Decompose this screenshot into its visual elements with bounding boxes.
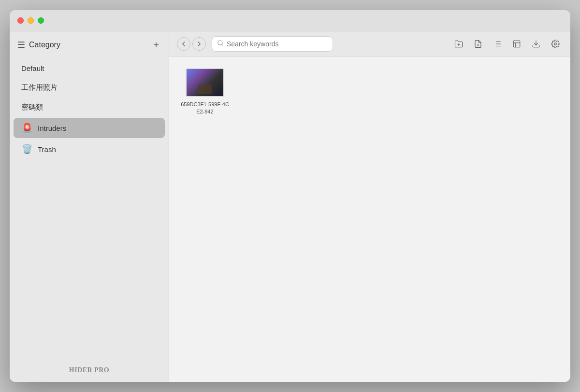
add-category-button[interactable]: + (151, 39, 161, 51)
trash-icon: 🗑️ (21, 144, 33, 154)
app-window: ☰ Category + Default 工作用照片 密碼類 🚨 Intrude… (10, 10, 570, 382)
file-grid: 659DC3F1-599F-4CE2-942 (169, 56, 570, 382)
forward-button[interactable] (192, 37, 206, 51)
file-name: 659DC3F1-599F-4CE2-942 (181, 101, 229, 116)
download-button[interactable] (529, 37, 543, 51)
minimize-button[interactable] (28, 17, 34, 24)
sidebar-header-left: ☰ Category (17, 40, 60, 50)
svg-line-1 (222, 44, 223, 46)
maximize-button[interactable] (38, 17, 44, 24)
traffic-lights (17, 17, 44, 24)
back-button[interactable] (177, 37, 190, 51)
intruders-icon: 🚨 (21, 123, 33, 133)
app-name-label: Hider Pro (69, 366, 109, 374)
new-folder-button[interactable] (451, 37, 466, 51)
settings-button[interactable] (548, 37, 563, 51)
search-icon (217, 40, 224, 48)
sidebar-item-intruders[interactable]: 🚨 Intruders (14, 118, 165, 138)
close-button[interactable] (17, 17, 24, 24)
sidebar-item-default[interactable]: Default (14, 59, 165, 77)
add-file-button[interactable] (471, 37, 485, 51)
sidebar-header: ☰ Category + (10, 35, 169, 56)
nav-buttons (177, 37, 206, 51)
toolbar (169, 31, 570, 56)
category-icon: ☰ (17, 40, 25, 50)
preview-button[interactable] (509, 37, 524, 51)
sidebar-item-work-photos[interactable]: 工作用照片 (14, 78, 165, 97)
search-bar[interactable] (212, 36, 333, 52)
thumbnail-image (187, 69, 223, 96)
sidebar-footer: Hider Pro (10, 358, 169, 382)
list-item[interactable]: 659DC3F1-599F-4CE2-942 (181, 68, 229, 116)
file-thumbnail (186, 68, 224, 97)
sidebar-item-passwords[interactable]: 密碼類 (14, 98, 165, 117)
sidebar-item-trash[interactable]: 🗑️ Trash (14, 139, 165, 159)
titlebar (10, 10, 570, 31)
main-layout: ☰ Category + Default 工作用照片 密碼類 🚨 Intrude… (10, 31, 570, 382)
category-title: Category (29, 41, 60, 49)
sidebar: ☰ Category + Default 工作用照片 密碼類 🚨 Intrude… (10, 31, 169, 382)
content-area: 659DC3F1-599F-4CE2-942 (169, 31, 570, 382)
sidebar-nav: Default 工作用照片 密碼類 🚨 Intruders 🗑️ Trash (10, 56, 169, 358)
svg-point-14 (554, 42, 557, 45)
svg-point-0 (218, 41, 222, 45)
search-input[interactable] (227, 40, 328, 48)
svg-rect-12 (513, 41, 520, 47)
list-view-button[interactable] (490, 37, 505, 51)
toolbar-actions (451, 37, 563, 51)
